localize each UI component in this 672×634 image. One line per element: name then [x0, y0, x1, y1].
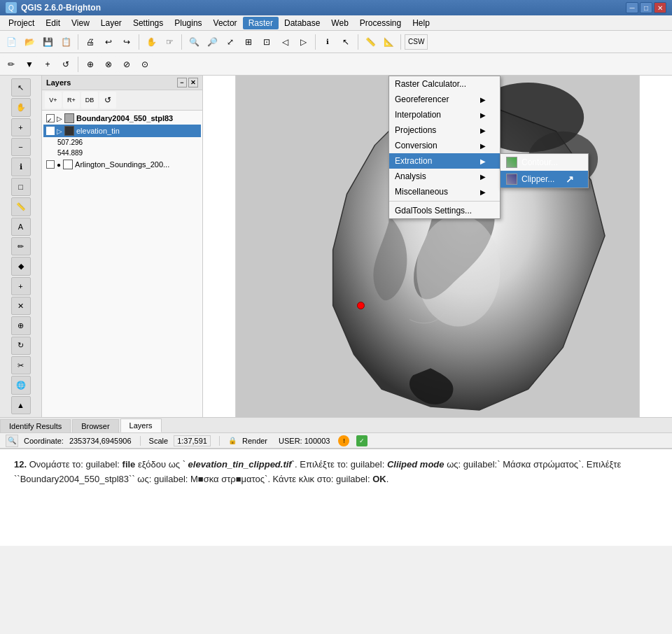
layer-row-elevation[interactable]: ▷ elevation_tin — [43, 125, 201, 137]
tool-node[interactable]: ◆ — [11, 257, 31, 275]
tool-annotation[interactable]: A — [11, 218, 31, 236]
snap2-button[interactable]: ⊗ — [100, 56, 117, 73]
add-vector-layer[interactable]: V+ — [45, 92, 62, 108]
tool-add-feature[interactable]: + — [11, 277, 31, 295]
filter-button[interactable]: ▼ — [21, 56, 38, 73]
menu-database[interactable]: Database — [279, 17, 326, 29]
zoom-in-button[interactable]: 🔍 — [186, 34, 202, 50]
layer-checkbox-elevation[interactable] — [46, 127, 55, 135]
refresh-button[interactable]: ↺ — [57, 56, 74, 73]
maximize-button[interactable]: □ — [640, 2, 652, 13]
tool-rotate[interactable]: ↻ — [11, 337, 31, 355]
app-icon: Q — [6, 2, 17, 13]
tool-move[interactable]: ⊕ — [11, 316, 31, 334]
main-content: ↖ ✋ + − ℹ □ 📏 A ✏ ◆ + ✕ ⊕ ↻ ✂ 🌐 ▲ Layers… — [0, 76, 672, 417]
measure2-button[interactable]: 📐 — [380, 34, 397, 50]
snap-button[interactable]: ⊕ — [82, 56, 99, 73]
layers-content: ▷ Boundary2004_550_stpl83 ▷ elevation_ti… — [42, 111, 202, 417]
layer-name-boundary: Boundary2004_550_stpl83 — [76, 114, 173, 122]
layers-panel: Layers − ✕ V+ R+ DB ↺ ▷ Boundary2004_550… — [42, 76, 203, 417]
toolbar-sep-5 — [358, 34, 358, 50]
tool-measure[interactable]: 📏 — [11, 197, 31, 216]
menu-bar: Project Edit View Layer Settings Plugins… — [0, 15, 672, 31]
save-as-button[interactable]: 📋 — [57, 34, 74, 50]
tool-pan[interactable]: ✋ — [11, 98, 31, 116]
tool-zoom-out[interactable]: − — [11, 138, 31, 156]
csw-button[interactable]: CSW — [405, 34, 428, 50]
layer-icon-arlington: ● — [57, 161, 61, 169]
open-project-button[interactable]: 📂 — [21, 34, 38, 50]
menu-settings[interactable]: Settings — [127, 17, 169, 29]
save-project-button[interactable]: 💾 — [39, 34, 56, 50]
add-raster-layer[interactable]: R+ — [63, 92, 80, 108]
annotation-filename: elevation_tin_clipped.tif — [188, 459, 292, 470]
redo-button[interactable]: ↪ — [118, 34, 135, 50]
svg-point-5 — [357, 302, 364, 309]
layer-row-value1: 507.296 — [43, 137, 201, 148]
layer-row-boundary[interactable]: ▷ Boundary2004_550_stpl83 — [43, 112, 201, 125]
zoom-out-button[interactable]: 🔎 — [204, 34, 220, 50]
layer-name-elevation: elevation_tin — [76, 127, 120, 135]
tool-delete[interactable]: ✕ — [11, 297, 31, 315]
new-project-button[interactable]: 📄 — [3, 34, 20, 50]
tool-zoom-in[interactable]: + — [11, 118, 31, 136]
layer-icon-boundary: ▷ — [57, 115, 62, 122]
pan-button[interactable]: ✋ — [143, 34, 160, 50]
menu-processing[interactable]: Processing — [354, 17, 407, 29]
zoom-next-button[interactable]: ▷ — [295, 34, 312, 50]
layers-minimize[interactable]: − — [177, 78, 187, 87]
tool-identify[interactable]: ℹ — [11, 157, 31, 176]
add-layer-button[interactable]: + — [39, 56, 56, 73]
close-button[interactable]: ✕ — [654, 2, 666, 13]
snap4-button[interactable]: ⊙ — [136, 56, 153, 73]
layers-toolbar: V+ R+ DB ↺ — [42, 90, 202, 111]
layer-checkbox-arlington[interactable] — [46, 160, 55, 169]
terrain-svg — [203, 76, 672, 417]
menu-raster[interactable]: Raster — [243, 17, 279, 29]
add-db-layer[interactable]: DB — [81, 92, 98, 108]
layer-checkbox-boundary[interactable] — [46, 114, 55, 122]
annotation-ok: OK — [372, 474, 386, 484]
tab-layers[interactable]: Layers — [120, 418, 162, 432]
bottom-tabs: Identify Results Browser Layers — [0, 417, 672, 432]
identify-button[interactable]: ℹ — [319, 34, 336, 50]
measure-button[interactable]: 📏 — [362, 34, 379, 50]
menu-web[interactable]: Web — [326, 17, 354, 29]
status-bar: 🔍 Coordinate: 2353734,6945906 Scale 1:37… — [0, 432, 672, 448]
menu-layer[interactable]: Layer — [95, 17, 127, 29]
snap3-button[interactable]: ⊘ — [118, 56, 135, 73]
pan2-button[interactable]: ☞ — [161, 34, 178, 50]
undo-button[interactable]: ↩ — [100, 34, 117, 50]
layer-value2: 544.889 — [57, 149, 83, 157]
select-button[interactable]: ↖ — [337, 34, 354, 50]
map-area[interactable]: Raster Calculator... Georeferencer ▶ Int… — [203, 76, 672, 417]
edit-toggle[interactable]: ✏ — [3, 56, 20, 73]
tool-extra[interactable]: ▲ — [11, 396, 31, 414]
menu-plugins[interactable]: Plugins — [169, 17, 207, 29]
layers-close[interactable]: ✕ — [188, 78, 198, 87]
status-sep-2 — [219, 436, 220, 446]
tab-identify-results[interactable]: Identify Results — [0, 419, 71, 432]
zoom-selection-button[interactable]: ⊡ — [258, 34, 275, 50]
window-title: QGIS 2.6.0-Brighton — [21, 3, 101, 13]
toolbar2-sep-1 — [78, 57, 78, 72]
tool-select[interactable]: □ — [11, 178, 31, 196]
menu-project[interactable]: Project — [3, 17, 40, 29]
tool-edit[interactable]: ✏ — [11, 237, 31, 255]
print-button[interactable]: 🖨 — [82, 34, 99, 50]
zoom-full-button[interactable]: ⤢ — [222, 34, 239, 50]
menu-help[interactable]: Help — [407, 17, 435, 29]
refresh-layers[interactable]: ↺ — [99, 92, 116, 108]
menu-vector[interactable]: Vector — [208, 17, 243, 29]
zoom-prev-button[interactable]: ◁ — [276, 34, 293, 50]
tab-browser[interactable]: Browser — [72, 419, 118, 432]
layer-row-arlington[interactable]: ● Arlington_Soundings_200... — [43, 158, 201, 171]
tool-split[interactable]: ✂ — [11, 356, 31, 374]
tool-pointer[interactable]: ↖ — [11, 78, 31, 97]
zoom-layer-button[interactable]: ⊞ — [240, 34, 257, 50]
menu-edit[interactable]: Edit — [40, 17, 66, 29]
minimize-button[interactable]: ─ — [626, 2, 638, 13]
tool-globe[interactable]: 🌐 — [11, 376, 31, 394]
layers-header: Layers − ✕ — [42, 76, 202, 90]
menu-view[interactable]: View — [66, 17, 95, 29]
